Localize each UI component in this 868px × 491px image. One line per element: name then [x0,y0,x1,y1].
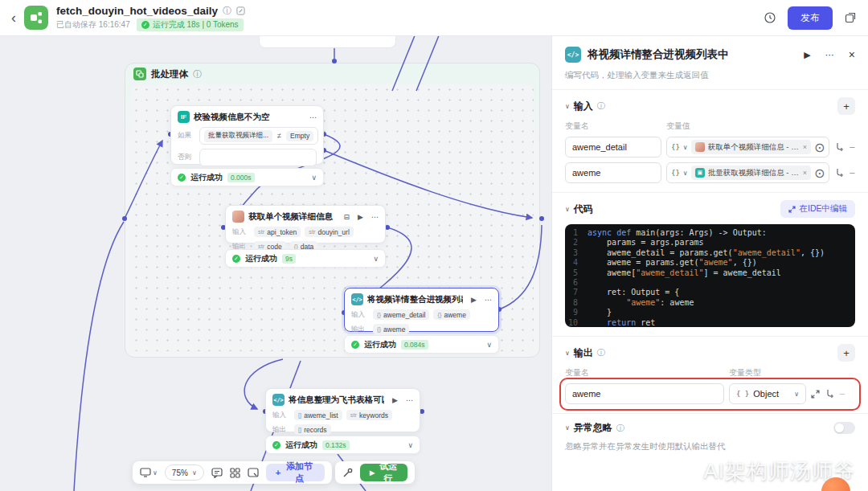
autosave-status: 已自动保存 16:16:47 [56,19,130,31]
chevron-down-icon[interactable]: ∨ [565,206,570,213]
if-status-bar[interactable]: ✓ 运行成功 0.000s ∨ [170,168,324,186]
node-merge-video-detail[interactable]: </> 将视频详情整合进视频列表中 ▶ ⋯ 输入 {}aweme_detail … [344,288,499,332]
more-icon[interactable]: ⋯ [406,396,413,404]
run-node-icon[interactable]: ▶ [804,50,810,60]
chevron-down-icon[interactable]: ∨ [311,174,317,182]
chevron-down-icon[interactable]: ∨ [486,341,492,349]
more-icon[interactable]: ⋯ [309,113,317,121]
expand-icon[interactable] [811,390,820,399]
variable-ref-chip[interactable]: 获取单个视频详细信息 - awe... × [691,140,811,154]
code-node-icon: </> [351,293,363,305]
wrench-icon[interactable] [342,468,353,478]
display-mode-icon[interactable]: ∨ [140,468,158,477]
locate-icon[interactable]: ⊙ [814,140,825,155]
chevron-down-icon[interactable]: ∨ [565,103,570,110]
window-icon[interactable] [844,11,857,24]
flow-canvas[interactable]: 批处理体 ⓘ IF 校验视频信息不为空 ⋯ 如果 批量获取视频详细... ≠ E… [0,36,553,491]
info-icon[interactable]: ⓘ [223,5,231,17]
node-feishu-format[interactable]: </> 将信息整理为飞书表格可以使用... ▶ ⋯ 输入 []aweme_lis… [265,388,420,432]
error-ignore-toggle[interactable] [833,422,855,434]
output-name-input[interactable] [565,383,724,404]
port-batch-right[interactable] [539,216,544,221]
else-branch-label: 否则 [178,153,195,162]
param-chip: []records [294,424,331,435]
branch-add-icon[interactable] [834,142,844,153]
detail-status-bar[interactable]: ✓ 运行成功 9s ∨ [225,249,386,268]
run-time: 0.132s [322,440,350,450]
add-node-button[interactable]: + 添加节点 [266,464,325,481]
col-variable-name: 变量名 [565,367,729,378]
condition-operator[interactable]: ≠ [277,132,281,140]
chevron-down-icon[interactable]: ∨ [565,350,570,357]
chevron-down-icon[interactable]: ∨ [373,255,379,263]
workflow-title: fetch_douyin_hot_videos_daily [56,5,218,17]
edit-icon[interactable] [236,6,245,15]
run-time: 0.000s [227,173,255,182]
variable-name-input[interactable] [565,137,661,158]
output-type-select[interactable]: { } Object ∨ [729,383,806,404]
param-chip: strdouyin_url [305,227,354,237]
if-condition-field[interactable]: 批量获取视频详细... ≠ Empty [199,127,318,145]
param-chip: []aweme_list [294,410,342,420]
remove-row-icon[interactable]: − [849,141,855,153]
variable-ref-chip[interactable]: ▣ 批量获取视频详细信息 - awe... × [691,166,811,180]
col-variable-type: 变量类型 [729,367,761,378]
expand-icon [788,206,796,213]
merge-status-bar[interactable]: ✓ 运行成功 0.084s ∨ [344,335,499,354]
grid-view-icon[interactable] [230,468,240,478]
condition-left-chip[interactable]: 批量获取视频详细... [204,130,272,142]
zoom-level-select[interactable]: 75%∨ [165,464,204,481]
condition-right-chip[interactable]: Empty [286,131,313,141]
clear-icon[interactable]: × [803,143,807,151]
input-section: ∨ 输入 ⓘ + 变量名 变量值 {} ∨ 获取单个视频详细信息 - awe..… [552,90,868,193]
variable-name-input[interactable] [565,162,661,183]
edge-diagonal-2 [416,36,441,91]
node-if-check[interactable]: IF 校验视频信息不为空 ⋯ 如果 批量获取视频详细... ≠ Empty 否则 [170,105,324,165]
minimap-icon[interactable] [248,468,259,477]
add-input-button[interactable]: + [837,97,855,115]
variable-value-widget[interactable]: {} ∨ ▣ 批量获取视频详细信息 - awe... × ⊙ [666,162,829,183]
locate-icon[interactable]: ⊙ [814,166,825,181]
chevron-down-icon[interactable]: ∨ [407,441,413,449]
history-icon[interactable] [764,11,776,24]
output-section-title: 输出 [574,346,593,360]
publish-button[interactable]: 发布 [788,6,833,30]
more-icon[interactable]: ⋯ [825,50,834,60]
more-icon[interactable]: ⋯ [371,213,379,221]
input-row: {} ∨ ▣ 批量获取视频详细信息 - awe... × ⊙ − [565,162,855,183]
more-icon[interactable]: ⋯ [485,296,492,304]
edge-merge-to-port [499,225,542,309]
node-partial-top[interactable] [259,36,396,48]
back-button[interactable]: ‹ [11,10,16,27]
port-batch-left[interactable] [122,216,127,221]
port-batch-top[interactable] [332,59,337,63]
chevron-down-icon[interactable]: ∨ [683,144,688,151]
chevron-down-icon[interactable]: ∨ [565,424,570,432]
clear-icon[interactable]: × [803,169,807,177]
remove-row-icon[interactable]: − [849,167,855,179]
play-icon[interactable]: ▶ [358,213,363,221]
close-icon[interactable]: × [849,48,855,61]
feishu-status-bar[interactable]: ✓ 运行成功 0.132s ∨ [265,436,420,454]
play-icon[interactable]: ▶ [471,296,477,304]
variable-value-widget[interactable]: {} ∨ 获取单个视频详细信息 - awe... × ⊙ [666,137,829,158]
edge-to-if [125,141,162,219]
code-node-icon: </> [272,394,285,406]
share-nodes-icon [29,10,43,25]
test-run-button[interactable]: ▶ 试运行 [360,464,407,481]
comment-icon[interactable] [211,468,223,478]
code-node-icon: </> [565,47,581,63]
detail-node-title: 获取单个视频详细信息 [248,211,336,223]
branch-add-icon[interactable] [825,389,834,399]
edit-in-ide-button[interactable]: 在IDE中编辑 [780,200,855,218]
add-output-button[interactable]: + [837,344,855,362]
remove-row-icon: − [839,388,845,400]
param-chip: strapi_token [254,227,301,237]
if-node-title: 校验视频信息不为空 [194,112,301,123]
node-get-video-detail[interactable]: 获取单个视频详细信息 ⊟ ▶ ⋯ 输入 strapi_token strdouy… [225,205,386,243]
branch-add-icon[interactable] [834,168,844,178]
else-condition-field[interactable] [199,149,317,166]
chevron-down-icon[interactable]: ∨ [683,170,688,177]
play-icon[interactable]: ▶ [392,396,398,404]
code-editor[interactable]: 1async def main(args: Args) -> Output:2 … [565,224,855,327]
